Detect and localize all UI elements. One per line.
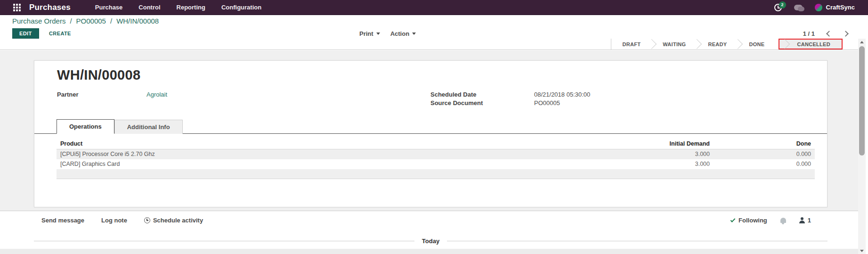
action-label: Action — [390, 30, 409, 37]
menu-item-purchase[interactable]: Purchase — [95, 4, 123, 11]
breadcrumb-current: WH/IN/00008 — [116, 17, 159, 25]
schedule-activity-label: Schedule activity — [153, 217, 203, 224]
partner-link[interactable]: Agrolait — [146, 90, 167, 99]
vertical-scrollbar[interactable] — [858, 39, 866, 254]
navbar-right: 2 CraftSync — [774, 4, 855, 11]
column-product: Product — [57, 139, 605, 149]
company-logo-icon — [815, 4, 822, 11]
table-row-empty[interactable] — [57, 169, 815, 179]
field-partner: Partner Agrolait — [57, 90, 340, 99]
today-label: Today — [414, 238, 447, 245]
cell-product: [CPUi5] Processor Core i5 2.70 Ghz — [57, 149, 605, 159]
column-done: Done — [714, 139, 815, 149]
page-title: WH/IN/00008 — [57, 67, 827, 83]
status-step-done[interactable]: DONE — [738, 39, 776, 49]
scheduled-date-value: 08/21/2018 05:30:00 — [534, 90, 590, 99]
chatter-buttons: Send message Log note Schedule activity — [41, 217, 203, 224]
send-message-button[interactable]: Send message — [41, 217, 84, 224]
notebook-tabs: Operations Additional Info — [57, 120, 827, 134]
action-dropdowns: Print Action — [359, 28, 416, 39]
caret-down-icon — [376, 33, 380, 35]
user-menu[interactable]: CraftSync — [815, 4, 855, 11]
chatter: Send message Log note Schedule activity … — [0, 211, 858, 254]
field-group-right: Scheduled Date 08/21/2018 05:30:00 Sourc… — [430, 90, 590, 107]
pager-count: 1 / 1 — [803, 30, 815, 37]
pager: 1 / 1 — [803, 28, 848, 39]
log-note-button[interactable]: Log note — [101, 217, 127, 224]
status-step-draft[interactable]: DRAFT — [611, 39, 652, 49]
form-sheet-background: WH/IN/00008 Partner Agrolait Scheduled D… — [0, 50, 858, 211]
source-document-value: PO00005 — [534, 99, 560, 107]
check-icon — [730, 217, 736, 222]
pager-next-icon[interactable] — [843, 31, 849, 37]
bell-icon[interactable] — [780, 218, 786, 223]
divider-line — [447, 241, 827, 241]
breadcrumb: Purchase Orders / PO00005 / WH/IN/00008 — [12, 17, 159, 25]
followers-counter[interactable]: 1 — [799, 217, 811, 224]
button-row: EDIT CREATE Print Action 1 / 1 — [0, 28, 868, 40]
scroll-up-icon[interactable] — [858, 39, 866, 45]
status-step-cancelled-highlight[interactable]: CANCELLED — [779, 39, 843, 49]
breadcrumb-po00005[interactable]: PO00005 — [76, 17, 106, 25]
statusbar: DRAFT WAITING READY DONE CANCELLED — [0, 39, 858, 50]
document-card: WH/IN/00008 Partner Agrolait Scheduled D… — [34, 60, 827, 207]
pager-previous-icon[interactable] — [826, 31, 832, 37]
person-icon — [799, 217, 805, 223]
cell-initial-demand: 3.000 — [605, 159, 714, 169]
partner-label: Partner — [57, 90, 146, 99]
create-button[interactable]: CREATE — [49, 28, 71, 39]
field-scheduled-date: Scheduled Date 08/21/2018 05:30:00 — [430, 90, 590, 99]
messages-icon[interactable] — [794, 5, 803, 10]
scroll-down-icon[interactable] — [858, 247, 866, 254]
table-row[interactable]: [CPUi5] Processor Core i5 2.70 Ghz 3.000… — [57, 149, 815, 159]
field-groups: Partner Agrolait Scheduled Date 08/21/20… — [34, 90, 827, 107]
print-label: Print — [359, 30, 373, 37]
print-dropdown[interactable]: Print — [359, 28, 380, 39]
chatter-right: Following 1 — [730, 217, 811, 224]
menu-item-configuration[interactable]: Configuration — [221, 4, 261, 11]
menu-item-control[interactable]: Control — [138, 4, 160, 11]
source-document-label: Source Document — [430, 99, 534, 107]
operations-table: Product Initial Demand Done [CPUi5] Proc… — [57, 139, 815, 179]
cell-done: 0.000 — [714, 149, 815, 159]
scrollbar-thumb[interactable] — [859, 46, 865, 156]
message-row-strip — [0, 249, 858, 254]
menu-item-reporting[interactable]: Reporting — [177, 4, 205, 11]
user-name: CraftSync — [826, 4, 855, 11]
status-steps: DRAFT WAITING READY DONE CANCELLED — [611, 39, 843, 49]
activity-badge: 2 — [779, 1, 786, 8]
step-arrow-icon — [780, 39, 790, 49]
field-source-document: Source Document PO00005 — [430, 99, 590, 107]
tab-operations[interactable]: Operations — [57, 119, 114, 134]
activity-menu[interactable]: 2 — [774, 4, 782, 11]
cell-initial-demand: 3.000 — [605, 149, 714, 159]
action-dropdown[interactable]: Action — [390, 28, 416, 39]
breadcrumb-separator: / — [70, 17, 72, 25]
breadcrumb-separator: / — [110, 17, 112, 25]
top-navbar: Purchases Purchase Control Reporting Con… — [0, 0, 868, 15]
scheduled-date-label: Scheduled Date — [430, 90, 534, 99]
field-group-left: Partner Agrolait — [57, 90, 340, 107]
cell-product — [57, 169, 605, 179]
breadcrumb-purchase-orders[interactable]: Purchase Orders — [12, 17, 65, 25]
following-label: Following — [738, 217, 767, 224]
apps-grid-icon[interactable] — [13, 4, 21, 11]
cell-done: 0.000 — [714, 159, 815, 169]
table-row[interactable]: [CARD] Graphics Card 3.000 0.000 — [57, 159, 815, 169]
tab-additional-info[interactable]: Additional Info — [114, 120, 183, 134]
app-title[interactable]: Purchases — [29, 3, 71, 12]
follower-count: 1 — [808, 217, 811, 224]
cell-product: [CARD] Graphics Card — [57, 159, 605, 169]
status-step-waiting[interactable]: WAITING — [651, 39, 697, 49]
clock-icon — [144, 217, 150, 223]
control-panel: Purchase Orders / PO00005 / WH/IN/00008 … — [0, 15, 868, 39]
edit-button[interactable]: EDIT — [12, 28, 39, 39]
today-divider: Today — [34, 238, 827, 245]
divider-line — [34, 241, 414, 241]
table-header-row: Product Initial Demand Done — [57, 139, 815, 149]
status-step-ready[interactable]: READY — [697, 39, 738, 49]
column-initial-demand: Initial Demand — [605, 139, 714, 149]
status-step-cancelled: CANCELLED — [791, 41, 830, 47]
schedule-activity-button[interactable]: Schedule activity — [144, 217, 203, 224]
following-toggle[interactable]: Following — [730, 217, 767, 224]
